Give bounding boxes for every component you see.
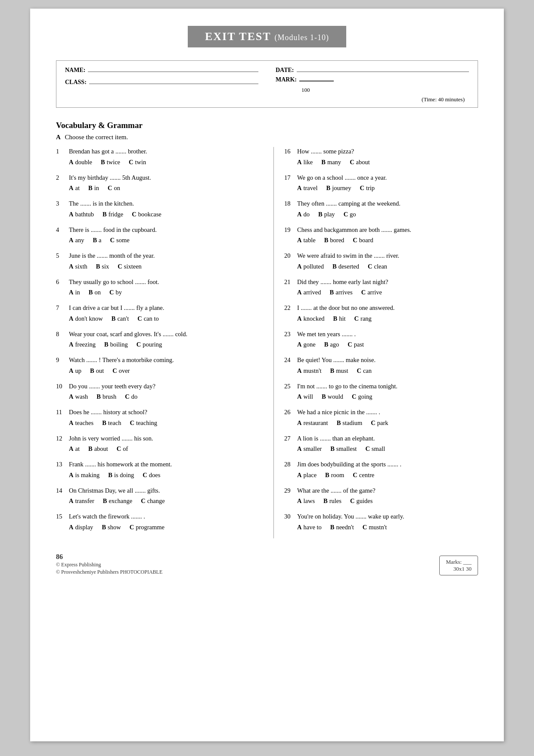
option-letter: A [297,211,301,218]
question-26: 26We had a nice picnic in the ....... .A… [284,408,478,428]
option-letter: B [90,367,94,374]
question-num-27: 27 [284,434,294,444]
option-6-c: Cby [109,288,122,297]
question-text-25: I'm not ....... to go to the cinema toni… [297,382,478,391]
option-30-b: Bneedn't [330,523,354,532]
option-15-c: Cprogramme [130,523,165,532]
footer-line2: © Prosveshcheniye Publishers PHOTOCOPIAB… [56,569,162,575]
question-text-20: We were afraid to swim in the ....... ri… [297,251,478,261]
option-1-b: Btwice [101,158,120,167]
option-24-c: Ccan [357,366,372,376]
option-letter: A [297,472,301,478]
question-text-28: Jim does bodybuilding at the sports ....… [297,460,478,469]
option-letter: C [132,211,136,218]
option-letter: C [110,237,115,244]
option-2-a: Aat [69,184,80,193]
question-num-5: 5 [56,251,65,261]
name-row: NAME: [65,66,258,74]
option-16-a: Alike [297,158,313,167]
question-num-30: 30 [284,512,294,522]
option-letter: A [69,367,73,374]
question-text-29: What are the ....... of the game? [297,486,478,496]
option-letter: B [333,315,338,322]
question-text-4: There is ....... food in the cupboard. [69,225,261,235]
question-text-15: Let's watch the firework ....... . [69,512,261,522]
option-letter: B [104,341,109,348]
option-letter: B [96,263,100,270]
question-20: 20We were afraid to swim in the ....... … [284,251,478,272]
option-letter: C [130,524,134,531]
title-modules: (Modules 1-10) [275,33,329,42]
option-5-b: Bsix [96,262,109,272]
option-6-b: Bon [89,288,101,297]
option-4-c: Csome [110,236,130,245]
option-7-b: Bcan't [112,314,129,324]
option-22-b: Bhit [333,314,346,324]
question-num-29: 29 [284,486,294,496]
option-letter: C [137,341,141,348]
option-letter: B [323,497,328,504]
option-19-b: Bbored [324,236,345,245]
option-letter: A [297,497,301,504]
question-7: 7I can drive a car but I ....... fly a p… [56,303,261,324]
question-text-12: John is very worried ....... his son. [69,434,261,444]
option-5-c: Csixteen [118,262,142,272]
option-20-c: Cclean [368,262,387,272]
option-26-c: Cpark [371,419,388,428]
question-text-11: Does he ....... history at school? [69,408,261,417]
option-letter: A [297,524,301,531]
option-letter: A [69,341,73,348]
time-note: (Time: 40 minutes) [276,96,469,103]
option-letter: A [69,419,73,426]
marks-value: ___ [463,559,472,565]
option-letter: B [324,237,329,244]
question-num-24: 24 [284,356,294,365]
question-16: 16How ....... some pizza?AlikeBmanyCabou… [284,147,478,167]
info-right: DATE: MARK: 100 (Time: 40 minutes) [276,66,469,103]
mark-label: MARK: [276,76,297,83]
question-text-1: Brendan has got a ....... brother. [69,147,261,156]
question-num-15: 15 [56,512,65,522]
option-21-c: Carrive [361,288,382,297]
option-14-a: Atransfer [69,497,94,506]
option-13-c: Cdoes [143,471,160,480]
class-label: CLASS: [65,79,87,86]
question-5: 5June is the ....... month of the year.A… [56,251,261,272]
question-num-2: 2 [56,173,65,183]
question-text-10: Do you ....... your teeth every day? [69,382,261,391]
option-18-a: Ado [297,210,310,219]
title-main: EXIT TEST [205,30,271,43]
question-1: 1Brendan has got a ....... brother.Adoub… [56,147,261,167]
option-2-b: Bin [88,184,99,193]
option-20-b: Bdeserted [332,262,359,272]
option-4-a: Aany [69,236,84,245]
option-29-c: Cguides [350,497,373,506]
question-2: 2It's my birthday ....... 5th August.Aat… [56,173,261,194]
question-num-11: 11 [56,408,65,417]
option-letter: A [69,393,73,400]
class-row: CLASS: [65,78,258,86]
question-text-30: You're on holiday. You ....... wake up e… [297,512,478,522]
option-15-b: Bshow [102,523,121,532]
footer: 86 © Express Publishing © Prosveshcheniy… [56,551,478,575]
option-18-c: Cgo [344,210,356,219]
question-text-26: We had a nice picnic in the ....... . [297,408,478,417]
option-letter: B [102,419,106,426]
option-letter: B [321,159,326,166]
option-1-c: Ctwin [129,158,146,167]
option-letter: B [330,289,334,296]
option-25-c: Cgoing [352,392,373,402]
option-10-c: Cdo [125,392,137,402]
question-num-12: 12 [56,434,65,444]
class-dots [89,78,258,84]
instruction-letter: A [56,134,61,141]
option-letter: C [365,445,369,452]
name-label: NAME: [65,67,85,74]
option-23-c: Cpast [348,340,364,350]
option-letter: A [69,472,73,478]
option-12-c: Cof [117,444,128,454]
question-29: 29What are the ....... of the game?Alaws… [284,486,478,506]
option-10-b: Bbrush [96,392,116,402]
question-8: 8Wear your coat, scarf and gloves. It's … [56,330,261,350]
title-banner: EXIT TEST (Modules 1-10) [56,26,478,47]
